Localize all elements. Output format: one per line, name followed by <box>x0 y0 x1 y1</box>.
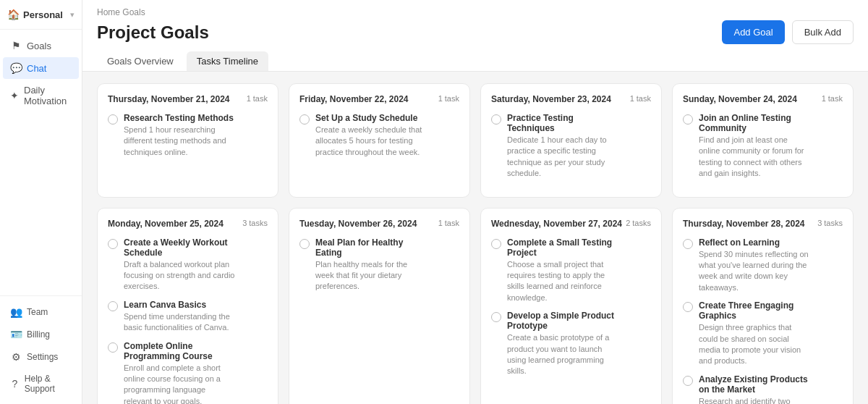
task-checkbox[interactable] <box>108 342 118 353</box>
delete-task-button[interactable]: 🗑 <box>639 237 651 251</box>
footer-item-label: Billing <box>27 329 50 340</box>
task-checkbox[interactable] <box>491 312 501 322</box>
edit-task-button[interactable]: ✎ <box>817 237 827 251</box>
task-item: Complete Online Programming Course Enrol… <box>108 341 268 404</box>
task-content: Create Three Engaging Graphics Design th… <box>699 300 811 367</box>
sidebar-footer-item-billing[interactable]: 🪪Billing <box>3 324 79 345</box>
breadcrumb-section[interactable]: Goals <box>122 7 145 17</box>
day-date: Friday, November 22, 2024 <box>299 94 409 104</box>
task-content: Analyze Existing Products on the Market … <box>699 374 811 404</box>
task-count: 1 task <box>630 94 651 103</box>
goals-icon: ⚑ <box>10 40 22 51</box>
task-content: Practice Testing Techniques Dedicate 1 h… <box>507 113 619 180</box>
settings-icon: ⚙ <box>10 351 22 363</box>
page-title: Project Goals <box>97 22 209 43</box>
edit-task-button[interactable]: ✎ <box>242 237 252 251</box>
task-item: Research Testing Methods Spend 1 hour re… <box>108 113 268 158</box>
bulk-add-button[interactable]: Bulk Add <box>792 20 854 44</box>
delete-task-button[interactable]: 🗑 <box>255 300 268 313</box>
task-desc: Choose a small project that requires tes… <box>507 259 619 304</box>
sidebar-footer-item-team[interactable]: 👥Team <box>3 301 79 323</box>
delete-task-button[interactable]: 🗑 <box>830 237 843 251</box>
day-card-tue-nov-26: Tuesday, November 26, 2024 1 task Meal P… <box>289 208 470 404</box>
delete-task-button[interactable]: 🗑 <box>830 374 843 388</box>
day-card-fri-nov-22: Friday, November 22, 2024 1 task Set Up … <box>289 83 470 198</box>
edit-task-button[interactable]: ✎ <box>242 341 252 355</box>
task-checkbox[interactable] <box>108 301 118 311</box>
breadcrumb-home[interactable]: Home <box>97 7 120 17</box>
task-checkbox[interactable] <box>683 114 693 125</box>
delete-task-button[interactable]: 🗑 <box>639 311 651 324</box>
day-header: Monday, November 25, 2024 3 tasks <box>108 219 268 229</box>
sidebar-item-label: Goals <box>27 41 51 51</box>
delete-task-button[interactable]: 🗑 <box>255 113 268 127</box>
task-title: Research Testing Methods <box>124 113 236 123</box>
sidebar-item-chat[interactable]: 💬Chat <box>3 57 79 79</box>
task-count: 1 task <box>822 94 843 103</box>
task-desc: Enroll and complete a short online cours… <box>124 363 236 404</box>
delete-task-button[interactable]: 🗑 <box>255 341 268 355</box>
task-desc: Draft a balanced workout plan focusing o… <box>124 259 236 293</box>
edit-task-button[interactable]: ✎ <box>242 113 252 127</box>
main-content: Home Goals Project Goals Add Goal Bulk A… <box>82 0 868 404</box>
task-desc: Design three graphics that could be shar… <box>699 322 811 367</box>
day-header: Tuesday, November 26, 2024 1 task <box>299 219 459 229</box>
tab-tasks-timeline[interactable]: Tasks Timeline <box>187 51 268 71</box>
content-area: Thursday, November 21, 2024 1 task Resea… <box>82 72 868 404</box>
task-count: 3 tasks <box>817 219 843 227</box>
delete-task-button[interactable]: 🗑 <box>255 237 268 251</box>
team-icon: 👥 <box>10 306 22 318</box>
sidebar-footer-item-help[interactable]: ?Help & Support <box>3 369 79 399</box>
task-title: Create a Weekly Workout Schedule <box>124 237 236 258</box>
task-checkbox[interactable] <box>491 239 501 249</box>
edit-task-button[interactable]: ✎ <box>817 113 827 127</box>
edit-task-button[interactable]: ✎ <box>625 113 636 127</box>
edit-task-button[interactable]: ✎ <box>817 374 827 388</box>
sidebar-footer-item-settings[interactable]: ⚙Settings <box>3 346 79 368</box>
task-content: Research Testing Methods Spend 1 hour re… <box>124 113 236 158</box>
task-checkbox[interactable] <box>108 239 118 249</box>
edit-task-button[interactable]: ✎ <box>433 113 444 127</box>
task-count: 1 task <box>438 219 459 227</box>
task-checkbox[interactable] <box>683 302 693 312</box>
task-checkbox[interactable] <box>683 239 693 249</box>
task-desc: Create a basic prototype of a product yo… <box>507 332 619 377</box>
tab-goals-overview[interactable]: Goals Overview <box>97 51 184 71</box>
delete-task-button[interactable]: 🗑 <box>830 300 843 314</box>
day-header: Thursday, November 28, 2024 3 tasks <box>683 219 843 229</box>
workspace-switcher[interactable]: 🏠 Personal ▾ <box>0 0 82 30</box>
edit-task-button[interactable]: ✎ <box>817 300 827 314</box>
task-item: Create Three Engaging Graphics Design th… <box>683 300 843 367</box>
edit-task-button[interactable]: ✎ <box>625 237 636 251</box>
task-checkbox[interactable] <box>299 239 310 249</box>
delete-task-button[interactable]: 🗑 <box>830 113 843 127</box>
delete-task-button[interactable]: 🗑 <box>447 237 459 251</box>
sidebar-nav: ⚑Goals💬Chat✦Daily Motivation <box>0 30 82 295</box>
task-item: Learn Canva Basics Spend time understand… <box>108 300 268 334</box>
day-card-sun-nov-24: Sunday, November 24, 2024 1 task Join an… <box>672 83 854 198</box>
task-checkbox[interactable] <box>108 114 118 125</box>
edit-task-button[interactable]: ✎ <box>433 237 444 251</box>
task-desc: Research and identify two successful pro… <box>699 396 811 404</box>
sidebar-item-goals[interactable]: ⚑Goals <box>3 35 79 56</box>
edit-task-button[interactable]: ✎ <box>242 300 252 313</box>
day-header: Thursday, November 21, 2024 1 task <box>108 94 268 104</box>
day-date: Saturday, November 23, 2024 <box>491 94 611 104</box>
task-checkbox[interactable] <box>299 114 310 125</box>
task-title: Complete Online Programming Course <box>124 341 236 361</box>
header-actions: Add Goal Bulk Add <box>722 20 854 44</box>
task-content: Learn Canva Basics Spend time understand… <box>124 300 236 334</box>
task-title: Join an Online Testing Community <box>699 113 811 133</box>
delete-task-button[interactable]: 🗑 <box>447 113 459 127</box>
task-content: Join an Online Testing Community Find an… <box>699 113 811 180</box>
delete-task-button[interactable]: 🗑 <box>639 113 651 127</box>
task-count: 3 tasks <box>242 219 268 227</box>
task-checkbox[interactable] <box>683 376 693 386</box>
edit-task-button[interactable]: ✎ <box>625 311 636 324</box>
task-item: Develop a Simple Product Prototype Creat… <box>491 311 651 377</box>
add-goal-button[interactable]: Add Goal <box>722 20 784 44</box>
task-checkbox[interactable] <box>491 114 501 125</box>
task-desc: Spend time understanding the basic funct… <box>124 311 236 334</box>
day-header: Friday, November 22, 2024 1 task <box>299 94 459 104</box>
sidebar-item-daily-motivation[interactable]: ✦Daily Motivation <box>3 80 79 111</box>
